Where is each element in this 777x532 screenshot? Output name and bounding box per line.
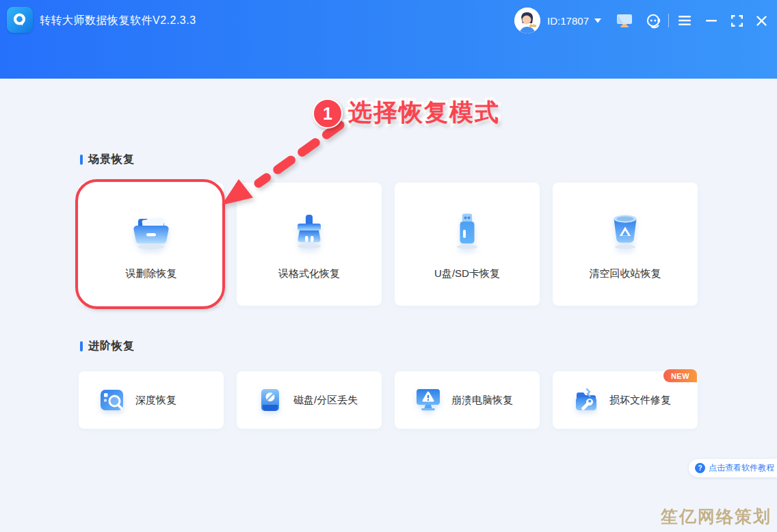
user-avatar[interactable]	[514, 8, 540, 34]
new-badge: NEW	[663, 369, 697, 382]
section-advanced-recovery-header: 进阶恢复	[80, 339, 135, 354]
card-label: 误格式化恢复	[278, 267, 340, 280]
card-label: 清空回收站恢复	[590, 267, 661, 280]
card-disk-partition-loss[interactable]: 磁盘/分区丢失	[237, 371, 382, 429]
card-deep-recovery[interactable]: 深度恢复	[79, 371, 224, 429]
annotation-step-number: 1	[313, 98, 343, 129]
section-title: 进阶恢复	[88, 339, 135, 354]
file-repair-icon	[572, 386, 601, 414]
minimize-button[interactable]	[706, 20, 717, 22]
close-button[interactable]	[756, 16, 767, 26]
deep-scan-icon	[98, 386, 127, 414]
maximize-button[interactable]	[731, 15, 743, 27]
card-damaged-file-repair[interactable]: NEW 损坏文件修复	[553, 371, 698, 429]
card-unformat-recovery[interactable]: 误格式化恢复	[237, 183, 382, 306]
recycle-bin-icon	[603, 207, 647, 251]
card-label: 损坏文件修复	[609, 394, 671, 407]
app-title: 转转大师数据恢复软件V2.2.3.3	[40, 0, 196, 41]
user-id-label[interactable]: ID:17807	[547, 15, 589, 27]
card-label: 崩溃电脑恢复	[451, 394, 513, 407]
scene-recovery-cards: 误删除恢复 误格式化恢复	[79, 183, 698, 306]
card-label: 深度恢复	[135, 394, 176, 407]
section-scene-recovery-header: 场景恢复	[80, 152, 135, 167]
hamburger-menu-icon[interactable]	[679, 16, 691, 25]
titlebar-divider	[668, 14, 669, 27]
card-label: U盘/SD卡恢复	[434, 267, 500, 280]
header-banner: 转转大师数据恢复软件V2.2.3.3 ID:17807	[0, 0, 777, 79]
headset-support-icon[interactable]	[646, 13, 661, 29]
section-title: 场景恢复	[88, 152, 135, 167]
annotation-label: 选择恢复模式	[348, 96, 500, 129]
card-usb-sd-recovery[interactable]: U盘/SD卡恢复	[395, 183, 540, 306]
titlebar: 转转大师数据恢复软件V2.2.3.3 ID:17807	[0, 0, 777, 41]
app-logo-icon	[7, 7, 33, 33]
card-recycle-bin-recovery[interactable]: 清空回收站恢复	[553, 183, 698, 306]
disk-partition-icon	[256, 386, 285, 414]
open-folder-icon	[129, 207, 173, 251]
cleaning-brush-icon	[287, 207, 331, 251]
card-undelete-recovery[interactable]: 误删除恢复	[79, 183, 224, 306]
card-label: 磁盘/分区丢失	[293, 394, 358, 407]
watermark-text: 笙亿网络策划	[661, 505, 772, 528]
card-crashed-pc-recovery[interactable]: 崩溃电脑恢复	[395, 371, 540, 429]
advanced-recovery-cards: 深度恢复 磁盘/分区丢失	[79, 371, 698, 429]
usb-drive-icon	[445, 207, 489, 251]
tutorial-button-label: 点击查看软件教程	[709, 462, 774, 474]
crashed-computer-icon	[414, 386, 443, 414]
section-accent-bar	[80, 155, 83, 165]
question-icon: ?	[695, 463, 705, 473]
card-label: 误删除恢复	[126, 267, 177, 280]
chevron-down-icon[interactable]	[594, 18, 601, 23]
theme-monitor-icon[interactable]	[616, 14, 633, 28]
section-accent-bar	[80, 341, 83, 351]
tutorial-button[interactable]: ? 点击查看软件教程	[689, 459, 777, 477]
